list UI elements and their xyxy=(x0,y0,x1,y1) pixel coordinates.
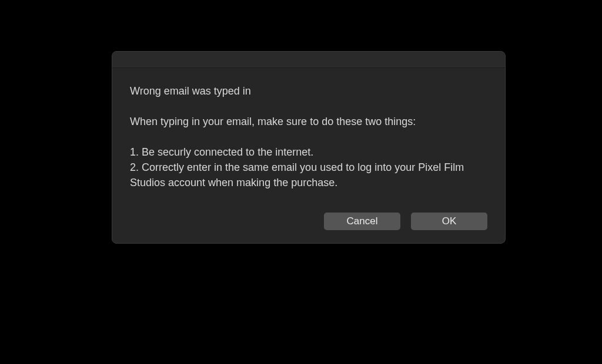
cancel-button[interactable]: Cancel xyxy=(324,213,400,230)
dialog-titlebar xyxy=(112,52,505,68)
dialog-instruction: When typing in your email, make sure to … xyxy=(130,114,487,129)
dialog-button-row: Cancel OK xyxy=(130,210,487,230)
alert-dialog: Wrong email was typed in When typing in … xyxy=(112,51,506,244)
list-item: 2. Correctly enter in the same email you… xyxy=(130,160,487,190)
dialog-heading: Wrong email was typed in xyxy=(130,83,487,99)
dialog-content: Wrong email was typed in When typing in … xyxy=(112,68,505,243)
dialog-list: 1. Be securly connected to the internet.… xyxy=(130,144,487,190)
ok-button[interactable]: OK xyxy=(411,213,487,230)
list-item: 1. Be securly connected to the internet. xyxy=(130,144,487,160)
